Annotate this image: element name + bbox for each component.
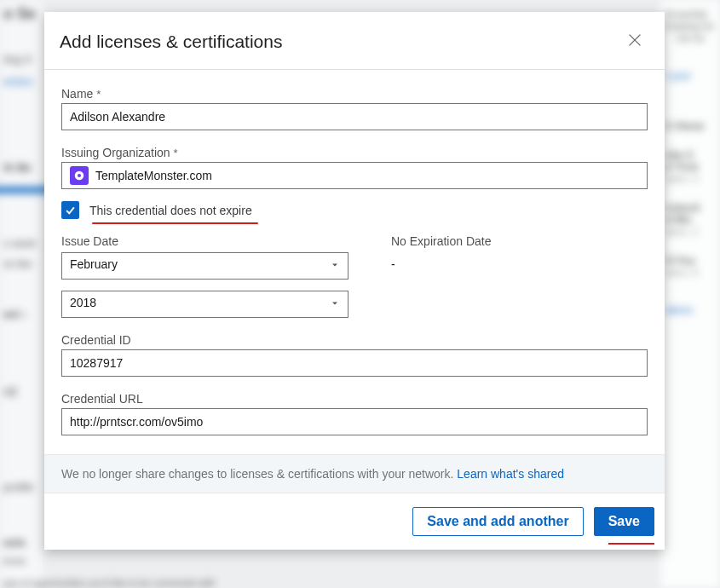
expiration-dash: - xyxy=(391,252,648,271)
svg-point-3 xyxy=(78,174,81,177)
checkbox-checked-icon xyxy=(61,201,79,219)
issue-year-select[interactable]: 2018 xyxy=(61,291,348,318)
annotation-underline xyxy=(92,222,258,224)
learn-whats-shared-link[interactable]: Learn what's shared xyxy=(457,467,564,481)
issuing-org-value: TemplateMonster.com xyxy=(95,169,212,182)
credential-url-input[interactable] xyxy=(61,408,648,435)
issue-month-value: February xyxy=(70,257,118,271)
credential-id-input[interactable] xyxy=(61,349,648,377)
issuing-org-label: Issuing Organization * xyxy=(61,146,648,159)
add-license-modal: Add licenses & certifications Name * Iss… xyxy=(44,12,665,550)
issuing-org-input[interactable]: TemplateMonster.com xyxy=(61,162,648,189)
name-input[interactable] xyxy=(61,103,648,130)
save-button[interactable]: Save xyxy=(594,507,654,536)
issue-month-select[interactable]: February xyxy=(61,252,348,280)
annotation-underline xyxy=(608,543,654,545)
close-icon xyxy=(625,31,644,49)
name-label: Name * xyxy=(61,87,648,101)
save-add-another-button[interactable]: Save and add another xyxy=(412,507,583,536)
modal-title: Add licenses & certifications xyxy=(60,32,282,52)
share-notice: We no longer share changes to licenses &… xyxy=(44,454,665,493)
issue-date-col: Issue Date February 2018 xyxy=(61,234,348,318)
no-expire-checkbox-row[interactable]: This credential does not expire xyxy=(61,201,648,219)
credential-id-label: Credential ID xyxy=(61,333,648,347)
credential-url-label: Credential URL xyxy=(61,392,648,406)
chevron-down-icon xyxy=(330,259,340,273)
name-group: Name * xyxy=(61,87,648,130)
no-expire-label: This credential does not expire xyxy=(89,204,252,217)
credential-url-group: Credential URL xyxy=(61,392,648,435)
issuing-org-group: Issuing Organization * TemplateMonster.c… xyxy=(61,146,648,189)
chevron-down-icon xyxy=(330,297,340,311)
expiration-col: No Expiration Date - xyxy=(391,234,648,318)
required-star: * xyxy=(174,147,178,159)
date-columns: Issue Date February 2018 No Expiration D… xyxy=(61,234,648,318)
issue-date-label: Issue Date xyxy=(61,234,348,248)
modal-header: Add licenses & certifications xyxy=(44,12,665,70)
org-logo-icon xyxy=(70,166,89,185)
expiration-label: No Expiration Date xyxy=(391,234,648,248)
required-star: * xyxy=(96,88,101,101)
credential-id-group: Credential ID xyxy=(61,333,648,377)
close-button[interactable] xyxy=(622,27,648,55)
issue-year-value: 2018 xyxy=(70,296,96,309)
